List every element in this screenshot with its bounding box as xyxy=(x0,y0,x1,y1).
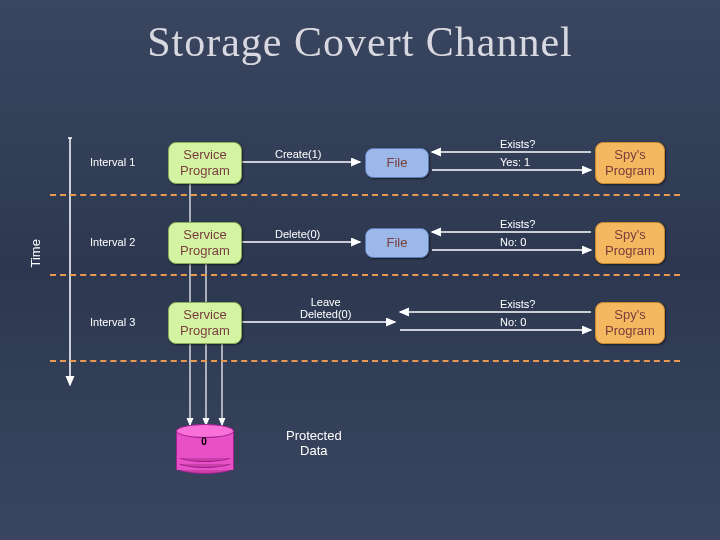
diagram-area: Time Interval 1 Service Program Create(1… xyxy=(40,130,690,490)
spy-box-3: Spy's Program xyxy=(595,302,665,344)
service-box-1: Service Program xyxy=(168,142,242,184)
protected-data-label: Protected Data xyxy=(286,428,342,458)
spy-box-2: Spy's Program xyxy=(595,222,665,264)
op-label-1: Create(1) xyxy=(275,148,321,160)
file-box-2-text: File xyxy=(387,235,408,251)
spy-box-1: Spy's Program xyxy=(595,142,665,184)
file-box-1: File xyxy=(365,148,429,178)
divider-2 xyxy=(50,274,680,276)
cylinder-text: 0 xyxy=(176,436,232,447)
service-box-1-text: Service Program xyxy=(180,147,230,178)
exists-label-2: Exists? xyxy=(500,218,535,230)
exists-label-3: Exists? xyxy=(500,298,535,310)
service-box-2-text: Service Program xyxy=(180,227,230,258)
file-box-2: File xyxy=(365,228,429,258)
answer-label-2: No: 0 xyxy=(500,236,526,248)
spy-box-3-text: Spy's Program xyxy=(605,307,655,338)
divider-3 xyxy=(50,360,680,362)
divider-1 xyxy=(50,194,680,196)
spy-box-1-text: Spy's Program xyxy=(605,147,655,178)
op-label-2: Delete(0) xyxy=(275,228,320,240)
file-box-1-text: File xyxy=(387,155,408,171)
time-axis-label: Time xyxy=(28,239,43,267)
interval-2-label: Interval 2 xyxy=(90,236,135,248)
op-label-3: Leave Deleted(0) xyxy=(300,296,351,320)
answer-label-3: No: 0 xyxy=(500,316,526,328)
interval-1-label: Interval 1 xyxy=(90,156,135,168)
service-box-2: Service Program xyxy=(168,222,242,264)
answer-label-1: Yes: 1 xyxy=(500,156,530,168)
slide-title: Storage Covert Channel xyxy=(0,0,720,66)
interval-3-label: Interval 3 xyxy=(90,316,135,328)
exists-label-1: Exists? xyxy=(500,138,535,150)
arrow-layer xyxy=(40,130,690,490)
service-box-3-text: Service Program xyxy=(180,307,230,338)
data-cylinder-1: 0 xyxy=(176,424,232,462)
spy-box-2-text: Spy's Program xyxy=(605,227,655,258)
service-box-3: Service Program xyxy=(168,302,242,344)
